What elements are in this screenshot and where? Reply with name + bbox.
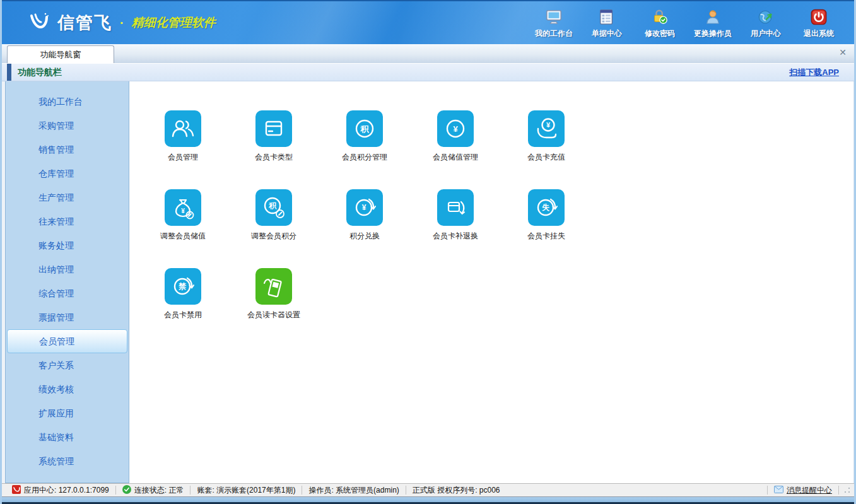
svg-text:¥: ¥ — [362, 203, 366, 212]
tab-strip: 功能导航窗 ✕ — [2, 44, 854, 64]
points-exchange-icon: ¥ — [346, 189, 383, 226]
message-center[interactable]: 消息提醒中心 — [768, 485, 838, 496]
envelope-icon — [774, 486, 783, 495]
function-item[interactable]: 禁 会员卡禁用 — [165, 268, 255, 347]
sidebar-item-label: 扩展应用 — [38, 408, 74, 418]
function-item-label: 会员卡挂失 — [501, 231, 592, 242]
workbench-monitor-icon — [544, 8, 563, 26]
documents-icon — [597, 8, 616, 26]
toolbar-button[interactable]: 更换操作员 — [686, 6, 739, 39]
message-center-link[interactable]: 消息提醒中心 — [787, 485, 832, 496]
member-management-icon — [165, 110, 201, 147]
app-logo-icon — [12, 485, 21, 496]
function-item[interactable]: ¥ 会员卡充值 — [528, 110, 619, 189]
sidebar-item-label: 我的工作台 — [38, 97, 83, 107]
operator-text: 操作员: 系统管理员(admin) — [308, 485, 399, 496]
scan-download-app-link[interactable]: 扫描下载APP — [789, 67, 839, 78]
toolbar-button[interactable]: 退出系统 — [792, 6, 845, 39]
svg-text:积: 积 — [268, 201, 277, 210]
app-center-text: 应用中心: 127.0.0.1:7099 — [24, 485, 109, 496]
switch-operator-user-icon — [703, 8, 722, 26]
adjust-points-icon: 积 — [255, 189, 292, 226]
member-card-type-icon — [255, 110, 292, 147]
sidebar-item[interactable]: 生产管理 — [7, 185, 127, 209]
sidebar-item[interactable]: 仓库管理 — [7, 161, 127, 185]
function-item[interactable]: 失 会员卡挂失 — [528, 189, 619, 268]
function-item[interactable]: 会员读卡器设置 — [255, 268, 346, 347]
connection-status: 连接状态: 正常 — [116, 485, 191, 496]
function-item-label: 会员卡补退换 — [410, 231, 501, 242]
sidebar-item[interactable]: 票据管理 — [7, 305, 127, 329]
sidebar-item[interactable]: 综合管理 — [7, 281, 127, 305]
section-accent-bar — [7, 64, 11, 81]
card-replace-icon — [437, 189, 474, 226]
header-toolbar: 我的工作台 单据中心 修改密码 更换操作员 — [527, 6, 845, 39]
sidebar-item[interactable]: 采购管理 — [7, 114, 127, 138]
sidebar-item[interactable]: 会员管理 — [7, 329, 127, 353]
sidebar-item[interactable]: 扩展应用 — [7, 401, 127, 425]
svg-text:¥: ¥ — [546, 121, 551, 129]
exit-power-icon — [809, 8, 828, 26]
sidebar: 我的工作台 采购管理 销售管理 仓库管理 生产管理 — [5, 81, 129, 483]
main-body: 我的工作台 采购管理 销售管理 仓库管理 生产管理 — [2, 81, 854, 483]
resize-grip-icon[interactable] — [844, 487, 850, 493]
account-set-status: 账套: 演示账套(2017年第1期) — [191, 485, 302, 496]
sidebar-item[interactable]: 往来管理 — [7, 209, 127, 233]
sidebar-item[interactable]: 系统管理 — [7, 449, 127, 473]
toolbar-button[interactable]: 单据中心 — [580, 6, 633, 39]
sidebar-item[interactable]: 账务处理 — [7, 233, 127, 257]
sidebar-item[interactable]: 出纳管理 — [7, 257, 127, 281]
brand-name: 信管飞 — [57, 11, 112, 34]
toolbar-button-label: 更换操作员 — [694, 28, 732, 39]
function-item-label: 会员积分管理 — [319, 152, 410, 163]
sidebar-item-label: 账务处理 — [38, 240, 74, 250]
sidebar-item-label: 往来管理 — [38, 216, 74, 226]
function-icon-grid: 会员管理 会员卡类型 积 会员积分管理 ¥ 会员储值管理 — [129, 81, 853, 347]
toolbar-button-label: 修改密码 — [645, 28, 675, 39]
function-item-label: 调整会员积分 — [228, 231, 319, 242]
sidebar-item-label: 基础资料 — [38, 432, 74, 442]
status-bar: 应用中心: 127.0.0.1:7099 连接状态: 正常 账套: 演示账套(2… — [2, 483, 854, 496]
function-item[interactable]: 会员卡补退换 — [437, 189, 528, 268]
section-header: 功能导航栏 扫描下载APP — [2, 64, 854, 81]
sidebar-item-label: 销售管理 — [38, 144, 74, 155]
sidebar-item-label: 系统管理 — [38, 456, 74, 466]
close-icon[interactable]: ✕ — [839, 48, 847, 57]
account-set-text: 账套: 演示账套(2017年第1期) — [197, 485, 295, 496]
toolbar-button[interactable]: 用户中心 — [739, 6, 792, 39]
toolbar-button[interactable]: 修改密码 — [633, 6, 686, 39]
function-item-label: 会员储值管理 — [410, 152, 501, 163]
function-item[interactable]: 会员管理 — [165, 110, 255, 189]
function-item[interactable]: ¥ 积分兑换 — [346, 189, 437, 268]
sidebar-item-label: 会员管理 — [39, 336, 74, 346]
adjust-stored-value-icon: ¥ — [165, 189, 201, 226]
sidebar-item-label: 生产管理 — [38, 192, 74, 202]
svg-text:失: 失 — [542, 203, 550, 212]
function-item-label: 会员读卡器设置 — [228, 310, 319, 320]
card-recharge-icon: ¥ — [528, 110, 565, 147]
section-title: 功能导航栏 — [18, 67, 62, 78]
toolbar-button[interactable]: 我的工作台 — [527, 6, 580, 39]
status-divider — [838, 486, 839, 495]
license-text: 正式版 授权序列号: pc006 — [413, 485, 500, 496]
sidebar-item[interactable]: 销售管理 — [7, 138, 127, 161]
sidebar-item[interactable]: 基础资料 — [7, 425, 127, 449]
brand-separator: · — [120, 16, 124, 30]
sidebar-item[interactable]: 我的工作台 — [7, 90, 127, 114]
sidebar-item[interactable]: 客户关系 — [7, 353, 127, 377]
function-item[interactable]: 积 调整会员积分 — [255, 189, 346, 268]
function-item-label: 调整会员储值 — [138, 231, 228, 242]
brand-tagline: 精细化管理软件 — [132, 15, 216, 31]
function-item[interactable]: 会员卡类型 — [255, 110, 346, 189]
connection-text: 连接状态: 正常 — [134, 485, 184, 496]
function-item-label: 会员管理 — [138, 152, 228, 163]
function-item[interactable]: ¥ 调整会员储值 — [165, 189, 255, 268]
tab-function-navigation[interactable]: 功能导航窗 — [7, 45, 114, 63]
content-area: 会员管理 会员卡类型 积 会员积分管理 ¥ 会员储值管理 — [129, 81, 854, 483]
function-item[interactable]: ¥ 会员储值管理 — [437, 110, 528, 189]
function-item[interactable]: 积 会员积分管理 — [346, 110, 437, 189]
app-header: 信管飞 · 精细化管理软件 我的工作台 单据中心 修改密码 — [2, 0, 854, 44]
sidebar-item[interactable]: 绩效考核 — [7, 377, 127, 401]
sidebar-item-label: 票据管理 — [38, 312, 74, 322]
function-item-label: 会员卡充值 — [501, 152, 592, 163]
